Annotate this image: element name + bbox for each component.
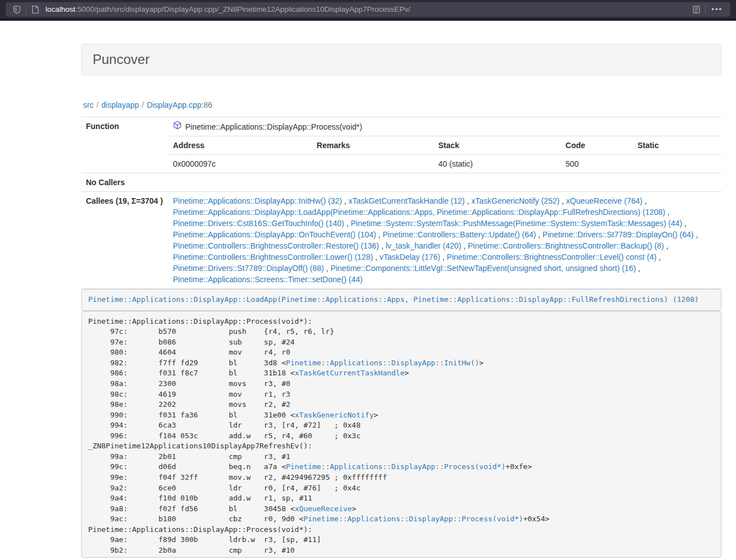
url-bar[interactable]: localhost:5000/path/src/displayapp/Displ… <box>6 2 730 17</box>
asm-symbol-link[interactable]: Pinetime::Applications::DisplayApp::Proc… <box>286 462 505 471</box>
callers-list <box>168 173 721 192</box>
asm-symbol-link[interactable]: Pinetime::Applications::DisplayApp::Proc… <box>304 515 523 523</box>
code-value: 500 <box>561 155 633 173</box>
callee-link[interactable]: Pinetime::Controllers::BrightnessControl… <box>468 241 664 250</box>
col-header-static: Static <box>633 136 721 155</box>
page-container: Puncover src/displayapp/DisplayApp.cpp:8… <box>81 44 721 558</box>
callee-link[interactable]: Pinetime::Controllers::BrightnessControl… <box>447 253 656 261</box>
breadcrumb-link-file[interactable]: DisplayApp.cpp <box>147 100 201 109</box>
breadcrumb-link-displayapp[interactable]: displayapp <box>102 100 139 109</box>
url-text: localhost:5000/path/src/displayapp/Displ… <box>45 5 689 13</box>
function-row-label: Function <box>81 117 168 173</box>
shield-icon[interactable] <box>10 3 24 16</box>
page-info-icon[interactable] <box>29 3 42 16</box>
asm-symbol-link[interactable]: xTaskGenericNotify <box>295 411 374 419</box>
chrome-bottom-strip <box>0 19 736 21</box>
asm-symbol-link[interactable]: Pinetime::Applications::DisplayApp::Init… <box>286 359 479 367</box>
app-title: Puncover <box>93 52 710 67</box>
static-value <box>633 155 721 173</box>
callee-link[interactable]: Pinetime::Controllers::BrightnessControl… <box>173 241 379 250</box>
callee-link[interactable]: Pinetime::Drivers::St7789::DisplayOn() (… <box>542 230 693 239</box>
col-header-code: Code <box>561 136 633 155</box>
callee-link[interactable]: Pinetime::Applications::DisplayApp::OnTo… <box>173 230 376 239</box>
url-host: localhost <box>45 5 75 13</box>
table-row: 0x0000097c 40 (static) 500 <box>168 155 721 173</box>
callee-link[interactable]: xTaskGenericNotify (252) <box>471 196 559 205</box>
function-info-table: Function Pinetime::Applications::Display… <box>81 117 721 289</box>
col-header-stack: Stack <box>434 136 561 155</box>
callee-link[interactable]: Pinetime::Applications::DisplayApp::Init… <box>173 196 342 205</box>
toolbar-divider <box>705 4 706 15</box>
toolbar-divider <box>26 4 26 15</box>
callee-link[interactable]: lv_task_handler (420) <box>386 241 461 250</box>
breadcrumb-link-src[interactable]: src <box>83 100 94 109</box>
callees-list: Pinetime::Applications::DisplayApp::Init… <box>168 192 721 289</box>
callee-link[interactable]: Pinetime::Applications::DisplayApp::Load… <box>173 208 665 217</box>
breadcrumb-separator: / <box>142 100 144 109</box>
callees-label: Callees (19, Σ=3704 ) <box>81 192 168 289</box>
highlighted-callee-box: Pinetime::Applications::DisplayApp::Load… <box>81 289 721 311</box>
callee-link[interactable]: xTaskGetCurrentTaskHandle (12) <box>349 196 465 205</box>
breadcrumb: src/displayapp/DisplayApp.cpp:86 <box>83 100 720 109</box>
cube-icon <box>173 121 182 132</box>
callee-link[interactable]: Pinetime::Controllers::Battery::Update()… <box>383 230 536 239</box>
reader-mode-icon[interactable] <box>689 3 703 16</box>
breadcrumb-line-number: :86 <box>202 100 212 109</box>
callee-link[interactable]: Pinetime::Controllers::BrightnessControl… <box>173 253 373 261</box>
no-callers-label: No Callers <box>81 173 168 192</box>
page-actions-menu-icon[interactable]: ••• <box>708 5 726 13</box>
app-header-panel: Puncover <box>81 44 721 75</box>
assembly-listing: Pinetime::Applications::DisplayApp::Proc… <box>81 311 721 558</box>
asm-symbol-link[interactable]: xQueueReceive <box>295 504 352 513</box>
function-detail-table: Address Remarks Stack Code Static 0x0000… <box>168 136 721 173</box>
callee-link[interactable]: vTaskDelay (176) <box>380 253 440 261</box>
highlighted-callee-link[interactable]: Pinetime::Applications::DisplayApp::Load… <box>88 295 699 304</box>
address-value: 0x0000097c <box>168 155 312 173</box>
callee-link[interactable]: Pinetime::Drivers::Cst816S::GetTouchInfo… <box>173 219 344 228</box>
callee-link[interactable]: Pinetime::Applications::Screens::Timer::… <box>173 275 363 284</box>
remarks-value <box>312 155 434 173</box>
stack-value: 40 (static) <box>434 155 561 173</box>
url-path: :5000/path/src/displayapp/DisplayApp.cpp… <box>75 5 410 13</box>
assembly-code: Pinetime::Applications::DisplayApp::Proc… <box>88 317 550 554</box>
col-header-address: Address <box>168 136 312 155</box>
browser-toolbar: localhost:5000/path/src/displayapp/Displ… <box>0 0 736 19</box>
callee-link[interactable]: Pinetime::Drivers::St7789::DisplayOff() … <box>173 264 324 273</box>
asm-symbol-link[interactable]: xTaskGetCurrentTaskHandle <box>295 369 405 377</box>
callee-link[interactable]: xQueueReceive (764) <box>566 196 642 205</box>
callee-link[interactable]: Pinetime::System::SystemTask::PushMessag… <box>351 219 683 228</box>
function-name: Pinetime::Applications::DisplayApp::Proc… <box>185 121 362 132</box>
col-header-remarks: Remarks <box>312 136 434 155</box>
callee-link[interactable]: Pinetime::Components::LittleVgl::SetNewT… <box>331 264 636 273</box>
breadcrumb-separator: / <box>97 100 99 109</box>
